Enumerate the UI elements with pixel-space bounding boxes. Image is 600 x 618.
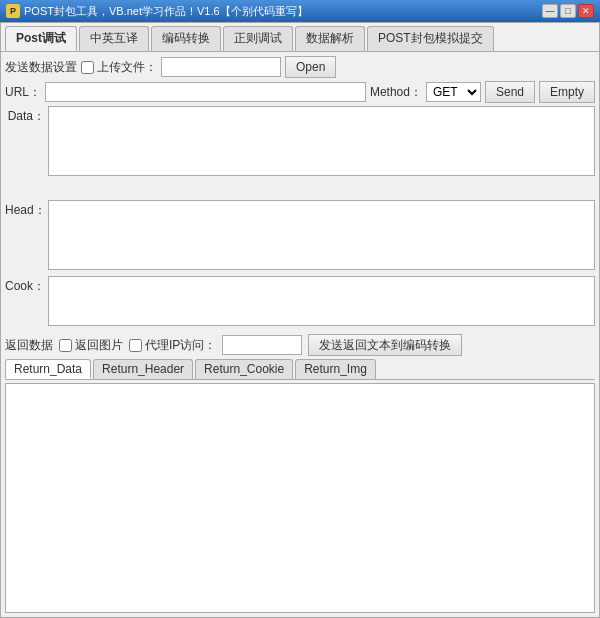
content-area: 发送数据设置 上传文件： Open URL： Method： GET POST … — [1, 52, 599, 617]
head-label: Head： — [5, 200, 45, 219]
return-img-label-text: 返回图片 — [75, 337, 123, 354]
return-tab-cookie[interactable]: Return_Cookie — [195, 359, 293, 379]
proxy-checkbox-label: 代理IP访问： — [129, 337, 216, 354]
method-select[interactable]: GET POST — [426, 82, 481, 102]
window-title: POST封包工具，VB.net学习作品！V1.6【个别代码重写】 — [24, 4, 308, 19]
send-settings-row: 发送数据设置 上传文件： Open — [5, 56, 595, 78]
open-button[interactable]: Open — [285, 56, 336, 78]
data-label: Data： — [5, 106, 45, 125]
return-tab-img[interactable]: Return_Img — [295, 359, 376, 379]
send-settings-label: 发送数据设置 — [5, 59, 77, 76]
cook-textarea[interactable] — [48, 276, 595, 326]
head-field-content — [48, 200, 595, 273]
tab-simulate[interactable]: POST封包模拟提交 — [367, 26, 494, 51]
return-tabs: Return_Data Return_Header Return_Cookie … — [5, 359, 595, 380]
minimize-button[interactable]: — — [542, 4, 558, 18]
return-tab-header[interactable]: Return_Header — [93, 359, 193, 379]
upload-label-text: 上传文件： — [97, 59, 157, 76]
title-controls: — □ ✕ — [542, 4, 594, 18]
title-bar-left: P POST封包工具，VB.net学习作品！V1.6【个别代码重写】 — [6, 4, 308, 19]
app-icon: P — [6, 4, 20, 18]
url-row: URL： Method： GET POST Send Empty — [5, 81, 595, 103]
close-button[interactable]: ✕ — [578, 4, 594, 18]
return-content[interactable] — [5, 383, 595, 613]
return-img-checkbox-label: 返回图片 — [59, 337, 123, 354]
head-field-row: Head： — [5, 200, 595, 273]
return-data-row: 返回数据 返回图片 代理IP访问： 发送返回文本到编码转换 — [5, 334, 595, 356]
proxy-checkbox[interactable] — [129, 339, 142, 352]
convert-return-btn[interactable]: 发送返回文本到编码转换 — [308, 334, 462, 356]
upload-file-checkbox-label: 上传文件： — [81, 59, 157, 76]
cook-field-row: Cook： — [5, 276, 595, 329]
tab-regex[interactable]: 正则调试 — [223, 26, 293, 51]
url-input[interactable] — [45, 82, 366, 102]
send-button[interactable]: Send — [485, 81, 535, 103]
proxy-label-text: 代理IP访问： — [145, 337, 216, 354]
tab-data[interactable]: 数据解析 — [295, 26, 365, 51]
data-field-row: Data： — [5, 106, 595, 197]
method-label: Method： — [370, 84, 422, 101]
main-tab-bar: Post调试 中英互译 编码转换 正则调试 数据解析 POST封包模拟提交 — [1, 23, 599, 52]
data-field-content — [48, 106, 595, 179]
return-tab-data[interactable]: Return_Data — [5, 359, 91, 379]
cook-field-content — [48, 276, 595, 329]
tab-encode[interactable]: 编码转换 — [151, 26, 221, 51]
tab-translate[interactable]: 中英互译 — [79, 26, 149, 51]
upload-file-checkbox[interactable] — [81, 61, 94, 74]
url-label: URL： — [5, 84, 41, 101]
data-textarea[interactable] — [48, 106, 595, 176]
return-img-checkbox[interactable] — [59, 339, 72, 352]
maximize-button[interactable]: □ — [560, 4, 576, 18]
tab-post[interactable]: Post调试 — [5, 26, 77, 51]
return-data-label: 返回数据 — [5, 337, 53, 354]
main-window: Post调试 中英互译 编码转换 正则调试 数据解析 POST封包模拟提交 发送… — [0, 22, 600, 618]
head-textarea[interactable] — [48, 200, 595, 270]
proxy-input[interactable] — [222, 335, 302, 355]
title-bar: P POST封包工具，VB.net学习作品！V1.6【个别代码重写】 — □ ✕ — [0, 0, 600, 22]
empty-button[interactable]: Empty — [539, 81, 595, 103]
upload-file-input[interactable] — [161, 57, 281, 77]
cook-label: Cook： — [5, 276, 45, 295]
